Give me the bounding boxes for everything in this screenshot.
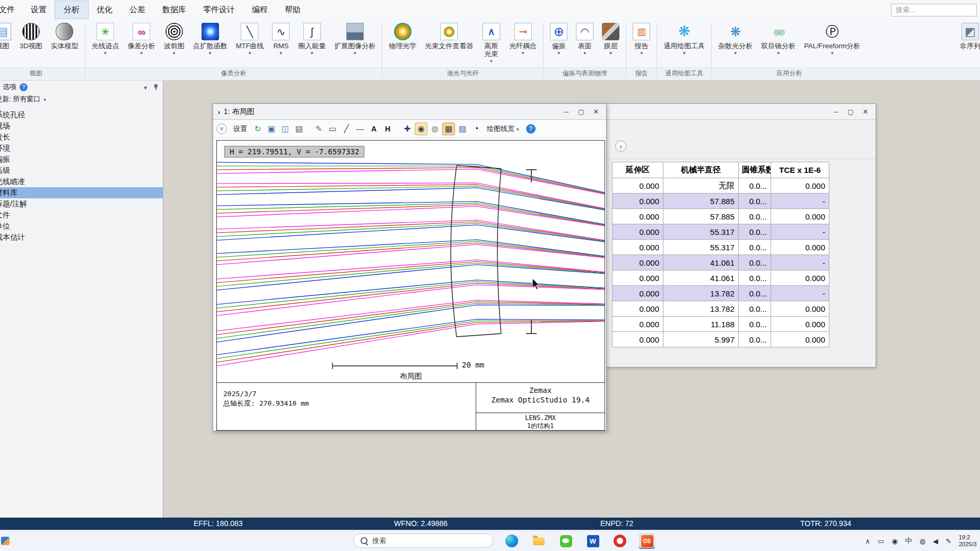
ribbon-item[interactable]: 杂散光分析: [714, 23, 757, 56]
menu-tab[interactable]: 优化: [88, 1, 121, 19]
column-header[interactable]: TCE x 1E-6: [771, 162, 829, 178]
table-cell[interactable]: 0.0...: [739, 194, 771, 209]
table-cell[interactable]: 0.000: [612, 255, 663, 270]
sidebar-item[interactable]: 光线瞄准: [0, 176, 163, 187]
table-cell[interactable]: 0.0...: [739, 209, 771, 224]
ribbon-item[interactable]: 光束文件查看器: [421, 23, 477, 50]
ribbon-item[interactable]: RMS: [268, 23, 294, 56]
sidebar-item[interactable]: 视场: [0, 120, 163, 132]
table-cell[interactable]: 0.000: [771, 301, 829, 317]
update-all-windows-button[interactable]: 更新: 所有窗口: [0, 93, 163, 105]
table-cell[interactable]: 0.000: [771, 270, 829, 286]
clock-icon[interactable]: ◔: [470, 123, 483, 135]
table-cell[interactable]: 0.000: [612, 301, 663, 317]
opticstudio-icon[interactable]: [639, 533, 655, 549]
table-cell[interactable]: 0.000: [771, 178, 829, 194]
table-cell[interactable]: 0.000: [612, 317, 663, 332]
tray-network-icon[interactable]: ◍: [920, 537, 925, 545]
copy-icon[interactable]: ▣: [265, 123, 278, 135]
ribbon-item[interactable]: 像差分析: [124, 23, 160, 56]
grid-icon[interactable]: ▦: [442, 123, 455, 135]
word-icon[interactable]: [585, 533, 601, 549]
ribbon-item[interactable]: PAL/Freeform分析: [800, 23, 864, 56]
column-header[interactable]: 圆锥系数: [739, 162, 771, 178]
file-explorer-icon[interactable]: [531, 533, 547, 549]
pin-icon[interactable]: [153, 84, 159, 91]
ribbon-item[interactable]: 物理光学: [384, 23, 421, 50]
table-cell[interactable]: -: [771, 286, 829, 301]
table-cell[interactable]: 57.885: [663, 194, 739, 209]
table-cell[interactable]: 0.0...: [739, 317, 771, 332]
table-cell[interactable]: 0.0...: [739, 270, 771, 286]
column-header[interactable]: 机械半直径: [663, 162, 739, 178]
sidebar-item[interactable]: 波长: [0, 132, 163, 143]
table-cell[interactable]: 0.0...: [739, 301, 771, 317]
minimize-button[interactable]: [829, 107, 843, 117]
ribbon-item[interactable]: 视图: [0, 23, 15, 50]
table-cell[interactable]: 0.0...: [739, 224, 771, 240]
pinned-app-icon[interactable]: [1, 537, 10, 545]
settings-expand-icon[interactable]: [216, 124, 227, 134]
wechat-icon[interactable]: [558, 533, 574, 549]
print-icon[interactable]: ▤: [293, 123, 305, 135]
table-cell[interactable]: 0.0...: [739, 255, 771, 270]
table-cell[interactable]: -: [771, 224, 829, 240]
sidebar-item[interactable]: 文件: [0, 209, 163, 221]
expand-settings-button[interactable]: [615, 141, 626, 152]
tray-mic-icon[interactable]: ◉: [891, 537, 897, 545]
chevron-down-icon[interactable]: [144, 83, 147, 91]
start-button[interactable]: [328, 536, 337, 545]
ribbon-item[interactable]: 偏振: [546, 23, 572, 56]
table-cell[interactable]: 55.317: [663, 224, 739, 240]
table-cell[interactable]: 0.000: [771, 317, 829, 332]
tray-pen-icon[interactable]: ✎: [946, 537, 951, 545]
window-title-bar[interactable]: 1: 布局图: [213, 104, 606, 120]
menu-tab[interactable]: 设置: [22, 1, 55, 19]
table-cell[interactable]: 0.000: [612, 286, 663, 301]
screen-record-icon[interactable]: [612, 533, 628, 549]
sidebar-item[interactable]: 环境: [0, 143, 163, 154]
table-cell[interactable]: 0.000: [771, 209, 829, 224]
layout-plot-window[interactable]: 1: 布局图 设置 ↻▣◫▤✎▭╱—AH✚◉◍▦▨◔ 绘图线宽: [213, 103, 607, 431]
menu-tab[interactable]: 编程: [243, 1, 276, 19]
layout-plot-canvas[interactable]: H = 219.79511, V = -7.6597332 20 mm 布局图 …: [216, 140, 605, 431]
ribbon-item[interactable]: 3D视图: [15, 23, 47, 50]
table-cell[interactable]: 0.0...: [739, 240, 771, 255]
table-cell[interactable]: 0.000: [771, 332, 829, 347]
tray-ime-icon[interactable]: 中: [905, 536, 912, 546]
ribbon-item[interactable]: 高斯光束: [477, 23, 505, 64]
ribbon-item[interactable]: 表面: [572, 23, 598, 56]
annotate-icon[interactable]: ✎: [312, 123, 325, 135]
ribbon-item[interactable]: 圈入能量: [294, 23, 330, 56]
linewidth-dropdown[interactable]: 绘图线宽: [483, 124, 523, 134]
zoom-icon[interactable]: ◉: [415, 123, 427, 135]
ribbon-item[interactable]: 膜层: [598, 23, 624, 56]
table-cell[interactable]: 13.782: [663, 286, 739, 301]
sidebar-item[interactable]: 偏振: [0, 154, 163, 165]
tray-expand-icon[interactable]: ∧: [865, 537, 871, 545]
ribbon-item[interactable]: 报告: [628, 23, 654, 56]
table-cell[interactable]: 11.188: [663, 317, 739, 332]
tray-volume-icon[interactable]: ◀: [933, 537, 938, 545]
edge-icon[interactable]: [504, 533, 520, 549]
refresh-icon[interactable]: ↻: [251, 123, 264, 135]
lamp-icon[interactable]: ◍: [428, 123, 441, 135]
text-tool-icon[interactable]: A: [368, 123, 380, 135]
menu-tab[interactable]: 公差: [121, 1, 154, 19]
pan-icon[interactable]: ✚: [401, 123, 414, 135]
ribbon-item[interactable]: 非序列: [956, 23, 980, 50]
sidebar-item[interactable]: 系统孔径: [0, 109, 163, 120]
table-cell[interactable]: -: [771, 194, 829, 209]
ribbon-item[interactable]: 波前图: [160, 23, 189, 56]
close-button[interactable]: [589, 107, 603, 117]
settings-button[interactable]: 设置: [230, 124, 251, 134]
menu-tab[interactable]: 分析: [55, 1, 88, 19]
rectangle-tool-icon[interactable]: ▭: [326, 123, 339, 135]
table-cell[interactable]: 55.317: [663, 240, 739, 255]
dash-tool-icon[interactable]: —: [354, 123, 366, 135]
table-cell[interactable]: 5.997: [663, 332, 739, 347]
sidebar-item[interactable]: 标题/注解: [0, 198, 163, 209]
table-cell[interactable]: 无限: [663, 178, 739, 194]
ribbon-item[interactable]: 实体模型: [47, 23, 83, 50]
taskbar-clock[interactable]: 19:2 2025/3: [959, 534, 980, 548]
